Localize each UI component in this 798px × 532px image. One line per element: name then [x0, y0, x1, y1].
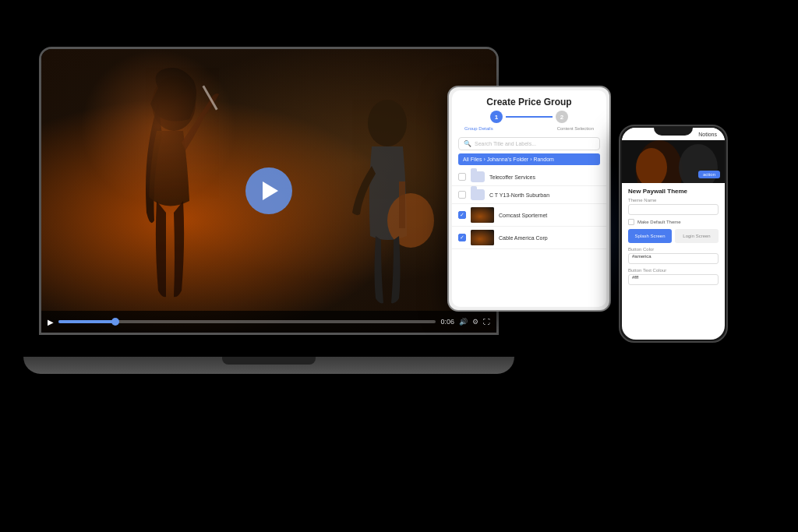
phone-notch: [654, 126, 693, 136]
row-label-4: Cable America Corp: [499, 235, 600, 241]
play-icon: [263, 181, 278, 200]
list-item[interactable]: C T Y13-North Suburban: [452, 186, 606, 204]
button-color-value: #america: [632, 254, 651, 259]
laptop-screen-bezel: ▶ 0:06 🔊 ⚙ ⛶: [39, 47, 499, 335]
tablet-header: Create Price Group 1 2 Group Details Con…: [452, 90, 606, 137]
breadcrumb-text: All Files › Johanna's Folder › Random: [463, 157, 554, 162]
default-theme-row[interactable]: Make Default Theme: [628, 219, 719, 225]
step-2-label: Content Selection: [557, 126, 594, 131]
row-checkbox-1[interactable]: [458, 173, 466, 181]
screen-toggle-row: Splash Screen Login Screen: [628, 229, 719, 243]
phone-section-title: New Paywall Theme: [628, 188, 719, 195]
row-checkbox-4[interactable]: ✓: [458, 234, 466, 241]
splash-screen-toggle[interactable]: Splash Screen: [628, 229, 672, 243]
phone-top-image: action: [622, 140, 725, 183]
search-placeholder: Search Title and Labels...: [475, 141, 536, 146]
theme-name-label: Theme Name: [628, 198, 719, 203]
row-label-2: C T Y13-North Suburban: [489, 192, 600, 198]
phone-device: Notions action New Paywall Theme Theme N…: [619, 125, 728, 343]
row-label-1: Telecoffer Services: [489, 174, 600, 180]
phone-action-button[interactable]: action: [698, 171, 720, 178]
step-1-circle: 1: [490, 111, 503, 123]
step-connector: [506, 116, 553, 118]
folder-icon: [471, 171, 485, 182]
list-item[interactable]: Telecoffer Services: [452, 168, 606, 186]
login-screen-toggle[interactable]: Login Screen: [675, 229, 719, 243]
video-controls-bar: ▶ 0:06 🔊 ⚙ ⛶: [41, 311, 496, 333]
laptop-base: [23, 357, 514, 374]
button-text-color-value: #fff: [632, 275, 638, 280]
fullscreen-icon[interactable]: ⛶: [483, 318, 490, 326]
singer-figure: [88, 57, 260, 314]
folder-icon: [471, 189, 485, 200]
list-item[interactable]: ✓ Cable America Corp: [452, 227, 606, 249]
progress-dot: [111, 318, 119, 326]
video-thumbnail-4: [471, 230, 494, 245]
row-label-3: Comcast Sporternet: [499, 213, 600, 218]
play-button[interactable]: [245, 167, 292, 214]
progress-bar[interactable]: [58, 320, 436, 323]
volume-icon[interactable]: 🔊: [459, 318, 468, 326]
row-checkbox-2[interactable]: [458, 191, 466, 199]
tablet-device: Create Price Group 1 2 Group Details Con…: [447, 86, 611, 312]
search-icon: 🔍: [464, 140, 471, 147]
list-item[interactable]: ✓ Comcast Sporternet: [452, 204, 606, 227]
row-checkbox-3[interactable]: ✓: [458, 211, 466, 219]
laptop-screen: ▶ 0:06 🔊 ⚙ ⛶: [41, 49, 496, 333]
progress-fill: [58, 320, 115, 323]
button-text-color-input[interactable]: #fff: [628, 274, 719, 285]
tablet-screen: Create Price Group 1 2 Group Details Con…: [452, 90, 606, 307]
svg-rect-3: [399, 181, 405, 228]
button-text-color-label: Button Text Colour: [628, 268, 719, 273]
step-2-circle: 2: [556, 111, 568, 123]
video-thumbnail-3: [471, 207, 494, 223]
default-theme-label: Make Default Theme: [637, 220, 681, 224]
guitarist-figure: [309, 88, 465, 306]
button-color-label: Button Color: [628, 247, 719, 252]
play-control-icon[interactable]: ▶: [48, 318, 54, 326]
search-bar[interactable]: 🔍 Search Title and Labels...: [458, 137, 600, 150]
theme-name-input[interactable]: [628, 204, 719, 215]
laptop-camera-notch: [222, 357, 316, 365]
step-1-label: Group Details: [464, 126, 493, 131]
button-color-input[interactable]: #america: [628, 253, 719, 264]
breadcrumb-bar[interactable]: All Files › Johanna's Folder › Random: [458, 153, 600, 165]
step-labels: Group Details Content Selection: [460, 126, 598, 131]
file-list: Telecoffer Services C T Y13-North Suburb…: [452, 168, 606, 307]
settings-icon[interactable]: ⚙: [472, 318, 478, 326]
status-text: Notions: [698, 132, 717, 137]
phone-screen: Notions action New Paywall Theme Theme N…: [622, 128, 725, 340]
phone-content-area: New Paywall Theme Theme Name Make Defaul…: [622, 183, 725, 340]
tablet-title: Create Price Group: [460, 97, 598, 107]
step-indicator: 1 2: [460, 111, 598, 123]
svg-point-1: [368, 100, 407, 146]
time-display: 0:06: [440, 318, 454, 326]
default-theme-checkbox[interactable]: [628, 219, 634, 225]
